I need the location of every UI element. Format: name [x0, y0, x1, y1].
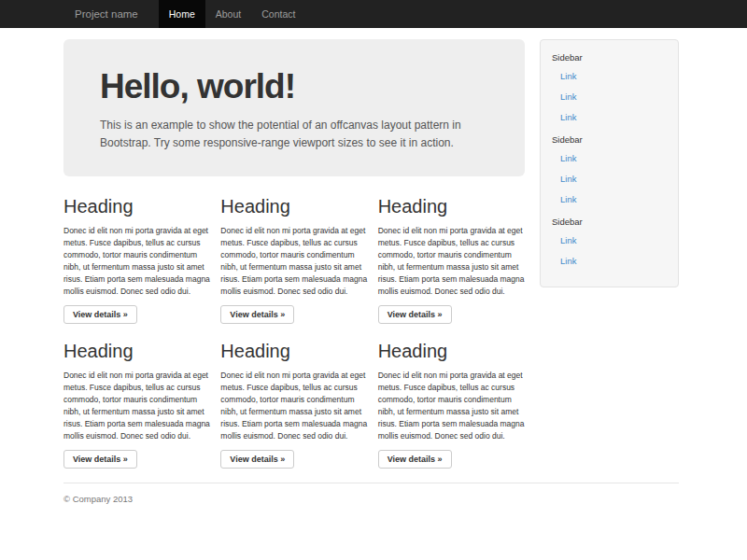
- footer: © Company 2013: [63, 483, 679, 532]
- copyright-text: © Company 2013: [63, 494, 679, 504]
- page-container: Hello, world! This is an example to show…: [63, 39, 679, 532]
- sidebar-group-header: Sidebar: [552, 51, 669, 64]
- navbar-brand[interactable]: Project name: [63, 0, 149, 28]
- sidebar-group: SidebarLinkLink: [552, 216, 669, 272]
- content-card: HeadingDonec id elit non mi porta gravid…: [63, 341, 210, 469]
- view-details-button[interactable]: View details »: [378, 305, 452, 324]
- card-body-text: Donec id elit non mi porta gravida at eg…: [378, 225, 525, 298]
- sidebar-link[interactable]: Link: [552, 189, 669, 210]
- card-heading: Heading: [378, 196, 525, 217]
- content-card: HeadingDonec id elit non mi porta gravid…: [220, 196, 367, 324]
- sidebar-well: SidebarLinkLinkLinkSidebarLinkLinkLinkSi…: [540, 39, 679, 287]
- view-details-button[interactable]: View details »: [220, 305, 294, 324]
- nav-link-about[interactable]: About: [205, 0, 251, 28]
- view-details-button[interactable]: View details »: [63, 305, 137, 324]
- nav-link-contact[interactable]: Contact: [251, 0, 305, 28]
- navbar-inner: Project name HomeAboutContact: [63, 0, 747, 28]
- card-heading: Heading: [220, 341, 367, 362]
- content-row: Hello, world! This is an example to show…: [63, 39, 679, 469]
- nav-item-about: About: [205, 0, 251, 28]
- sidebar-group: SidebarLinkLinkLink: [552, 51, 669, 128]
- content-card: HeadingDonec id elit non mi porta gravid…: [63, 196, 210, 324]
- sidebar-link[interactable]: Link: [552, 148, 669, 169]
- nav-item-contact: Contact: [251, 0, 305, 28]
- card-heading: Heading: [220, 196, 367, 217]
- card-body-text: Donec id elit non mi porta gravida at eg…: [220, 225, 367, 298]
- view-details-button[interactable]: View details »: [220, 450, 294, 469]
- content-card: HeadingDonec id elit non mi porta gravid…: [378, 196, 525, 324]
- nav-item-home: Home: [159, 0, 205, 28]
- card-body-text: Donec id elit non mi porta gravida at eg…: [63, 225, 210, 298]
- card-body-text: Donec id elit non mi porta gravida at eg…: [378, 370, 525, 442]
- cards-grid: HeadingDonec id elit non mi porta gravid…: [63, 196, 525, 469]
- card-heading: Heading: [63, 341, 210, 362]
- card-body-text: Donec id elit non mi porta gravida at eg…: [63, 370, 210, 442]
- sidebar-group-header: Sidebar: [552, 133, 669, 147]
- nav-link-home[interactable]: Home: [159, 0, 205, 28]
- card-heading: Heading: [63, 196, 210, 217]
- card-heading: Heading: [378, 341, 525, 362]
- sidebar: SidebarLinkLinkLinkSidebarLinkLinkLinkSi…: [540, 39, 679, 469]
- sidebar-link[interactable]: Link: [552, 107, 669, 128]
- sidebar-group: SidebarLinkLinkLink: [552, 133, 669, 210]
- main-content: Hello, world! This is an example to show…: [63, 39, 525, 469]
- jumbotron-title: Hello, world!: [100, 67, 487, 106]
- card-body-text: Donec id elit non mi porta gravida at eg…: [220, 370, 367, 442]
- sidebar-link[interactable]: Link: [552, 169, 669, 189]
- jumbotron: Hello, world! This is an example to show…: [63, 39, 525, 176]
- navbar: Project name HomeAboutContact: [0, 0, 747, 28]
- jumbotron-lead: This is an example to show the potential…: [100, 117, 487, 152]
- content-card: HeadingDonec id elit non mi porta gravid…: [378, 341, 525, 469]
- sidebar-link[interactable]: Link: [552, 251, 669, 272]
- view-details-button[interactable]: View details »: [63, 450, 137, 469]
- sidebar-link[interactable]: Link: [552, 87, 669, 107]
- sidebar-link[interactable]: Link: [552, 231, 669, 251]
- sidebar-group-header: Sidebar: [552, 216, 669, 229]
- content-card: HeadingDonec id elit non mi porta gravid…: [220, 341, 367, 469]
- navbar-menu: HomeAboutContact: [159, 0, 306, 28]
- view-details-button[interactable]: View details »: [378, 450, 452, 469]
- sidebar-link[interactable]: Link: [552, 66, 669, 87]
